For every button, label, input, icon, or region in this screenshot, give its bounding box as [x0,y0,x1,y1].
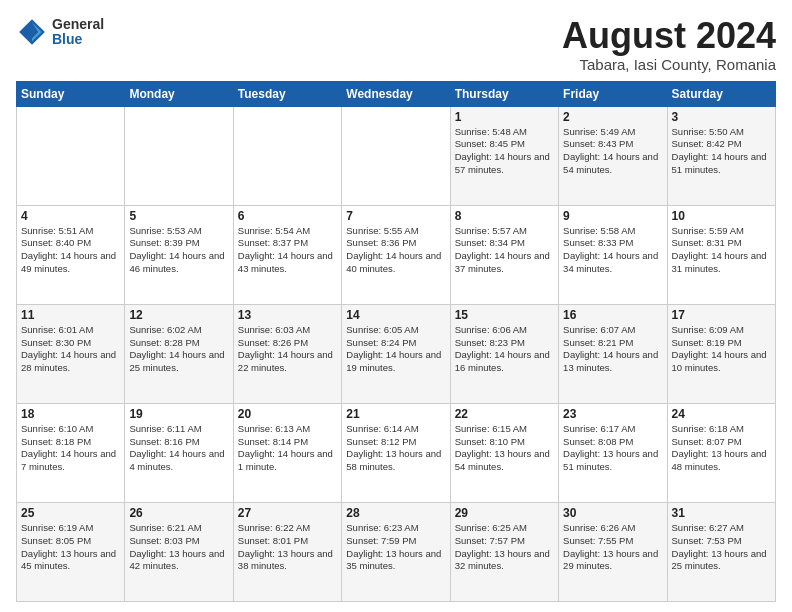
table-row: 12Sunrise: 6:02 AM Sunset: 8:28 PM Dayli… [125,304,233,403]
table-row: 27Sunrise: 6:22 AM Sunset: 8:01 PM Dayli… [233,502,341,601]
logo-blue-text: Blue [52,32,104,47]
table-row: 15Sunrise: 6:06 AM Sunset: 8:23 PM Dayli… [450,304,558,403]
day-number: 26 [129,506,228,520]
day-number: 13 [238,308,337,322]
table-row: 16Sunrise: 6:07 AM Sunset: 8:21 PM Dayli… [559,304,667,403]
day-info: Sunrise: 6:10 AM Sunset: 8:18 PM Dayligh… [21,423,120,474]
day-number: 21 [346,407,445,421]
table-row: 4Sunrise: 5:51 AM Sunset: 8:40 PM Daylig… [17,205,125,304]
day-info: Sunrise: 5:50 AM Sunset: 8:42 PM Dayligh… [672,126,771,177]
day-number: 24 [672,407,771,421]
day-number: 29 [455,506,554,520]
day-info: Sunrise: 6:18 AM Sunset: 8:07 PM Dayligh… [672,423,771,474]
logo-general-text: General [52,17,104,32]
table-row: 6Sunrise: 5:54 AM Sunset: 8:37 PM Daylig… [233,205,341,304]
table-row: 17Sunrise: 6:09 AM Sunset: 8:19 PM Dayli… [667,304,775,403]
day-number: 7 [346,209,445,223]
calendar-week-row: 11Sunrise: 6:01 AM Sunset: 8:30 PM Dayli… [17,304,776,403]
day-info: Sunrise: 5:58 AM Sunset: 8:33 PM Dayligh… [563,225,662,276]
day-number: 27 [238,506,337,520]
day-number: 3 [672,110,771,124]
day-number: 6 [238,209,337,223]
day-info: Sunrise: 6:06 AM Sunset: 8:23 PM Dayligh… [455,324,554,375]
table-row: 21Sunrise: 6:14 AM Sunset: 8:12 PM Dayli… [342,403,450,502]
day-number: 10 [672,209,771,223]
day-info: Sunrise: 5:51 AM Sunset: 8:40 PM Dayligh… [21,225,120,276]
day-info: Sunrise: 5:59 AM Sunset: 8:31 PM Dayligh… [672,225,771,276]
table-row: 29Sunrise: 6:25 AM Sunset: 7:57 PM Dayli… [450,502,558,601]
calendar-title: August 2024 [562,16,776,56]
table-row: 19Sunrise: 6:11 AM Sunset: 8:16 PM Dayli… [125,403,233,502]
day-number: 22 [455,407,554,421]
table-row: 8Sunrise: 5:57 AM Sunset: 8:34 PM Daylig… [450,205,558,304]
table-row: 23Sunrise: 6:17 AM Sunset: 8:08 PM Dayli… [559,403,667,502]
table-row: 3Sunrise: 5:50 AM Sunset: 8:42 PM Daylig… [667,106,775,205]
day-info: Sunrise: 6:17 AM Sunset: 8:08 PM Dayligh… [563,423,662,474]
day-number: 20 [238,407,337,421]
day-info: Sunrise: 6:13 AM Sunset: 8:14 PM Dayligh… [238,423,337,474]
day-info: Sunrise: 6:27 AM Sunset: 7:53 PM Dayligh… [672,522,771,573]
table-row: 7Sunrise: 5:55 AM Sunset: 8:36 PM Daylig… [342,205,450,304]
table-row: 26Sunrise: 6:21 AM Sunset: 8:03 PM Dayli… [125,502,233,601]
table-row: 13Sunrise: 6:03 AM Sunset: 8:26 PM Dayli… [233,304,341,403]
day-info: Sunrise: 6:21 AM Sunset: 8:03 PM Dayligh… [129,522,228,573]
day-number: 4 [21,209,120,223]
day-number: 23 [563,407,662,421]
table-row [17,106,125,205]
col-saturday: Saturday [667,81,775,106]
calendar-header-row: Sunday Monday Tuesday Wednesday Thursday… [17,81,776,106]
calendar-week-row: 4Sunrise: 5:51 AM Sunset: 8:40 PM Daylig… [17,205,776,304]
calendar-week-row: 18Sunrise: 6:10 AM Sunset: 8:18 PM Dayli… [17,403,776,502]
logo-icon [16,16,48,48]
day-number: 1 [455,110,554,124]
day-number: 8 [455,209,554,223]
day-info: Sunrise: 5:53 AM Sunset: 8:39 PM Dayligh… [129,225,228,276]
day-info: Sunrise: 6:02 AM Sunset: 8:28 PM Dayligh… [129,324,228,375]
day-info: Sunrise: 5:49 AM Sunset: 8:43 PM Dayligh… [563,126,662,177]
table-row: 2Sunrise: 5:49 AM Sunset: 8:43 PM Daylig… [559,106,667,205]
logo: General Blue [16,16,104,48]
day-info: Sunrise: 5:54 AM Sunset: 8:37 PM Dayligh… [238,225,337,276]
table-row: 10Sunrise: 5:59 AM Sunset: 8:31 PM Dayli… [667,205,775,304]
col-monday: Monday [125,81,233,106]
calendar-subtitle: Tabara, Iasi County, Romania [562,56,776,73]
header: General Blue August 2024 Tabara, Iasi Co… [16,16,776,73]
day-info: Sunrise: 6:22 AM Sunset: 8:01 PM Dayligh… [238,522,337,573]
calendar-week-row: 25Sunrise: 6:19 AM Sunset: 8:05 PM Dayli… [17,502,776,601]
day-number: 16 [563,308,662,322]
col-sunday: Sunday [17,81,125,106]
col-thursday: Thursday [450,81,558,106]
page: General Blue August 2024 Tabara, Iasi Co… [0,0,792,612]
day-info: Sunrise: 6:09 AM Sunset: 8:19 PM Dayligh… [672,324,771,375]
logo-text: General Blue [52,17,104,48]
day-number: 28 [346,506,445,520]
calendar-week-row: 1Sunrise: 5:48 AM Sunset: 8:45 PM Daylig… [17,106,776,205]
day-info: Sunrise: 6:11 AM Sunset: 8:16 PM Dayligh… [129,423,228,474]
day-number: 5 [129,209,228,223]
table-row: 30Sunrise: 6:26 AM Sunset: 7:55 PM Dayli… [559,502,667,601]
day-info: Sunrise: 5:55 AM Sunset: 8:36 PM Dayligh… [346,225,445,276]
day-info: Sunrise: 6:14 AM Sunset: 8:12 PM Dayligh… [346,423,445,474]
table-row: 25Sunrise: 6:19 AM Sunset: 8:05 PM Dayli… [17,502,125,601]
day-info: Sunrise: 5:57 AM Sunset: 8:34 PM Dayligh… [455,225,554,276]
day-number: 12 [129,308,228,322]
table-row: 24Sunrise: 6:18 AM Sunset: 8:07 PM Dayli… [667,403,775,502]
day-info: Sunrise: 6:05 AM Sunset: 8:24 PM Dayligh… [346,324,445,375]
day-info: Sunrise: 6:07 AM Sunset: 8:21 PM Dayligh… [563,324,662,375]
day-info: Sunrise: 6:25 AM Sunset: 7:57 PM Dayligh… [455,522,554,573]
col-wednesday: Wednesday [342,81,450,106]
day-number: 19 [129,407,228,421]
title-block: August 2024 Tabara, Iasi County, Romania [562,16,776,73]
day-info: Sunrise: 6:26 AM Sunset: 7:55 PM Dayligh… [563,522,662,573]
day-number: 15 [455,308,554,322]
day-info: Sunrise: 6:19 AM Sunset: 8:05 PM Dayligh… [21,522,120,573]
table-row: 28Sunrise: 6:23 AM Sunset: 7:59 PM Dayli… [342,502,450,601]
table-row: 20Sunrise: 6:13 AM Sunset: 8:14 PM Dayli… [233,403,341,502]
day-number: 11 [21,308,120,322]
day-number: 14 [346,308,445,322]
table-row: 14Sunrise: 6:05 AM Sunset: 8:24 PM Dayli… [342,304,450,403]
table-row: 11Sunrise: 6:01 AM Sunset: 8:30 PM Dayli… [17,304,125,403]
table-row: 22Sunrise: 6:15 AM Sunset: 8:10 PM Dayli… [450,403,558,502]
table-row [342,106,450,205]
day-number: 30 [563,506,662,520]
